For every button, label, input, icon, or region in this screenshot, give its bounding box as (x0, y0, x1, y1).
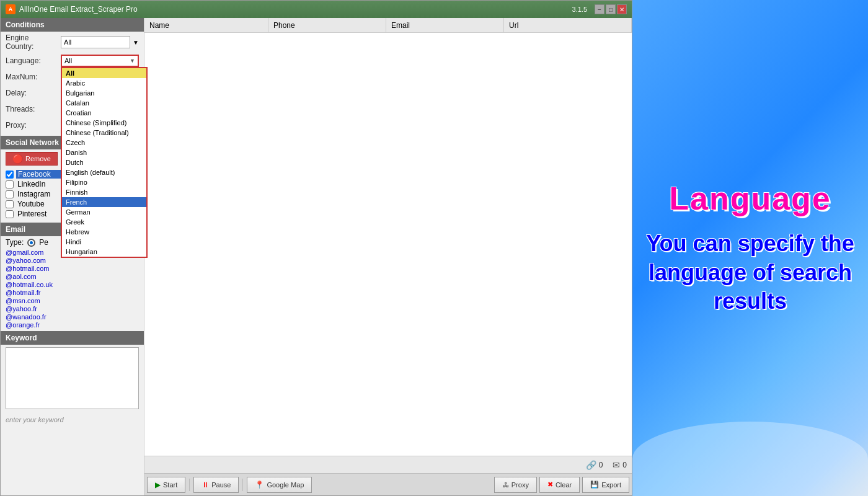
main-panel: Name Phone Email Url 🔗 (144, 18, 632, 495)
pinterest-checkbox[interactable] (6, 210, 14, 218)
language-option-hungarian[interactable]: Hungarian (62, 247, 146, 257)
results-table: Name Phone Email Url (144, 18, 632, 456)
promo-subtitle: You can specify the language of search r… (645, 229, 856, 316)
language-select[interactable]: All ▼ (61, 55, 139, 67)
engine-country-row: Engine Country: ▼ (1, 32, 144, 53)
email-domain-hotmail[interactable]: @hotmail.com (6, 265, 139, 272)
engine-country-dropdown-arrow[interactable]: ▼ (133, 39, 139, 46)
link-icon: 🔗 (586, 460, 596, 470)
window-controls: − □ ✕ (595, 4, 627, 14)
language-option-dutch[interactable]: Dutch (62, 157, 146, 167)
facebook-checkbox[interactable] (6, 170, 14, 179)
language-option-hindi[interactable]: Hindi (62, 237, 146, 247)
proxy-button[interactable]: 🖧 Proxy (494, 477, 537, 493)
email-icon: ✉ (613, 460, 620, 470)
promo-panel: Language You can specify the language of… (632, 0, 868, 496)
col-header-phone: Phone (268, 18, 386, 32)
email-personal-label: Pe (39, 238, 48, 247)
language-option-croatian[interactable]: Croatian (62, 108, 146, 118)
export-icon: 💾 (590, 480, 599, 489)
bottom-toolbar: ▶ Start ⏸ Pause 📍 Google Map 🖧 Proxy (144, 473, 632, 495)
status-bar: 🔗 0 ✉ 0 (144, 456, 632, 473)
col-header-name: Name (144, 18, 268, 32)
language-option-german[interactable]: German (62, 207, 146, 217)
maxnum-label: MaxNum: (6, 73, 58, 81)
email-domain-list: @gmail.com @yahoo.com @hotmail.com @aol.… (1, 249, 144, 329)
promo-wave (632, 422, 868, 496)
keyword-textarea[interactable] (6, 347, 139, 409)
engine-country-label: Engine Country: (6, 33, 58, 51)
language-option-arabic[interactable]: Arabic (62, 78, 146, 88)
pause-button[interactable]: ⏸ Pause (193, 477, 239, 493)
google-map-icon: 📍 (255, 480, 264, 489)
clear-button[interactable]: ✖ Clear (539, 477, 580, 493)
app-version: 3.1.5 (572, 6, 587, 13)
email-domain-yahoo-fr[interactable]: @yahoo.fr (6, 305, 139, 312)
email-domain-orange[interactable]: @orange.fr (6, 321, 139, 329)
language-option-chinese-(simplified)[interactable]: Chinese (Simplified) (62, 118, 146, 128)
instagram-checkbox[interactable] (6, 190, 14, 198)
email-domain-wanadoo[interactable]: @wanadoo.fr (6, 313, 139, 321)
close-button[interactable]: ✕ (617, 4, 627, 14)
language-option-catalan[interactable]: Catalan (62, 98, 146, 108)
email-domain-aol[interactable]: @aol.com (6, 273, 139, 280)
email-count: 0 (622, 461, 627, 469)
keyword-header: Keyword (1, 331, 144, 345)
clear-icon: ✖ (547, 480, 553, 489)
toolbar-separator-1 (189, 479, 190, 491)
right-buttons: 🖧 Proxy ✖ Clear 💾 Export (494, 477, 629, 493)
link-count: 0 (599, 461, 603, 469)
delay-label: Delay: (6, 89, 58, 97)
language-option-bulgarian[interactable]: Bulgarian (62, 88, 146, 98)
toolbar-separator-2 (242, 479, 243, 491)
email-domain-hotmail-uk[interactable]: @hotmail.co.uk (6, 281, 139, 288)
pause-icon: ⏸ (202, 480, 209, 489)
table-body (144, 33, 632, 456)
start-button[interactable]: ▶ Start (147, 477, 185, 493)
col-header-email: Email (386, 18, 504, 32)
language-option-all[interactable]: All (62, 68, 146, 78)
engine-country-input[interactable] (61, 36, 130, 48)
app-icon: A (6, 4, 16, 14)
youtube-checkbox[interactable] (6, 200, 14, 208)
language-select-wrapper: All ▼ AllArabicBulgarianCatalanCroatianC… (61, 55, 139, 67)
minimize-button[interactable]: − (595, 4, 604, 14)
language-option-danish[interactable]: Danish (62, 148, 146, 157)
language-option-french[interactable]: French (62, 197, 146, 207)
language-option-english-(default)[interactable]: English (default) (62, 167, 146, 177)
language-option-filipino[interactable]: Filipino (62, 177, 146, 187)
email-domain-hotmail-fr[interactable]: @hotmail.fr (6, 289, 139, 296)
language-option-czech[interactable]: Czech (62, 138, 146, 148)
promo-title: Language (669, 180, 831, 217)
threads-label: Threads: (6, 105, 58, 113)
email-type-label: Type: (6, 238, 24, 247)
language-dropdown[interactable]: AllArabicBulgarianCatalanCroatianChinese… (61, 67, 148, 258)
language-option-hebrew[interactable]: Hebrew (62, 227, 146, 237)
language-dropdown-arrow: ▼ (130, 58, 135, 64)
col-header-url: Url (504, 18, 632, 32)
export-button[interactable]: 💾 Export (582, 477, 629, 493)
conditions-header: Conditions (1, 18, 144, 32)
email-domain-msn[interactable]: @msn.com (6, 297, 139, 304)
maximize-button[interactable]: □ (606, 4, 616, 14)
language-option-finnish[interactable]: Finnish (62, 187, 146, 197)
email-personal-radio[interactable] (27, 239, 35, 247)
keyword-section: Keyword enter your keyword (1, 331, 144, 495)
title-bar: A AllInOne Email Extract_Scraper Pro 3.1… (1, 1, 632, 18)
linkedin-checkbox[interactable] (6, 180, 14, 188)
link-count-group: 🔗 0 ✉ 0 (586, 460, 627, 470)
language-label: Language: (6, 56, 58, 65)
language-value: All (64, 57, 72, 64)
sidebar: Conditions Engine Country: ▼ Language: A… (1, 18, 144, 495)
remove-button[interactable]: 🔴 Remove (6, 152, 58, 166)
language-row: Language: All ▼ AllArabicBulgarianCatala… (1, 53, 144, 69)
start-icon: ▶ (155, 480, 161, 489)
language-option-chinese-(traditional)[interactable]: Chinese (Traditional) (62, 128, 146, 138)
table-header: Name Phone Email Url (144, 18, 632, 33)
google-map-button[interactable]: 📍 Google Map (247, 477, 312, 493)
app-title: AllInOne Email Extract_Scraper Pro (19, 5, 572, 14)
language-option-greek[interactable]: Greek (62, 217, 146, 227)
keyword-placeholder: enter your keyword (1, 414, 144, 426)
proxy-btn-icon: 🖧 (502, 481, 509, 489)
proxy-label: Proxy: (6, 121, 58, 130)
